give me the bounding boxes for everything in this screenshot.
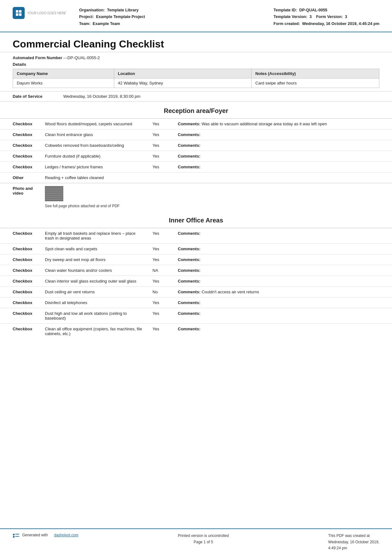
list-item: CheckboxDry sweep and wet mop all floors… bbox=[0, 254, 392, 265]
template-id-label: Template ID: bbox=[274, 8, 297, 12]
title-section: Commercial Cleaning Checklist bbox=[0, 32, 392, 52]
version-row: Template Version: 3 Form Version: 3 bbox=[274, 14, 379, 20]
photo-caption: See full page photos attached at end of … bbox=[45, 204, 120, 208]
col-header-company: Company Name bbox=[13, 69, 114, 78]
list-item: CheckboxClean interior wall glass exclud… bbox=[0, 276, 392, 287]
item-type: Checkbox bbox=[0, 308, 41, 324]
svg-rect-0 bbox=[16, 10, 18, 13]
company-name-cell: Dayum Works bbox=[13, 78, 114, 88]
list-item: CheckboxDust ceiling air vent returnsNoC… bbox=[0, 287, 392, 297]
item-task: Clean water fountains and/or coolers bbox=[41, 265, 149, 276]
section-reception: Reception area/Foyer CheckboxWood floors… bbox=[0, 102, 392, 211]
details-section-label: Details bbox=[13, 62, 379, 67]
svg-rect-3 bbox=[19, 13, 22, 16]
details-table: Company Name Location Notes (Accessibili… bbox=[13, 69, 379, 88]
item-task: Dust high and low all work stations (cei… bbox=[41, 308, 149, 324]
item-comments: Comments: bbox=[174, 151, 392, 162]
form-number-row: Automated Form Number ---DP-QUAL-0055-2 bbox=[13, 55, 379, 60]
item-value: Yes bbox=[149, 129, 174, 140]
section-reception-title: Reception area/Foyer bbox=[0, 102, 392, 118]
item-type: Checkbox bbox=[0, 324, 41, 339]
list-item: CheckboxClean all office equipment (copi… bbox=[0, 324, 392, 339]
team-row: Team: Example Team bbox=[79, 21, 274, 27]
logo-icon bbox=[13, 7, 25, 19]
item-value: Yes bbox=[149, 276, 174, 287]
header-right: Template ID: DP-QUAL-0055 Template Versi… bbox=[274, 7, 379, 27]
item-task: Cobwebs removed from baseboards/ceiling bbox=[41, 140, 149, 151]
form-created-label: Form created: bbox=[274, 22, 300, 26]
form-number-label: Automated Form Number bbox=[13, 55, 63, 60]
footer-logo bbox=[13, 533, 20, 540]
footer-page: Page 1 of 5 bbox=[178, 539, 229, 545]
team-label: Team: bbox=[79, 22, 90, 26]
checklist-table-inner-office: CheckboxEmpty all trash baskets and repl… bbox=[0, 228, 392, 339]
item-value: Yes bbox=[149, 119, 174, 129]
item-value: Yes bbox=[149, 324, 174, 339]
photo-row: Photo and video See full page photos att… bbox=[0, 183, 392, 211]
list-item: CheckboxSpot clean walls and carpetsYesC… bbox=[0, 244, 392, 254]
item-task: Empty all trash baskets and replace line… bbox=[41, 228, 149, 244]
project-row: Project: Example Template Project bbox=[79, 14, 274, 20]
date-of-service-label: Date of Service bbox=[13, 94, 63, 99]
photo-content: See full page photos attached at end of … bbox=[41, 183, 392, 211]
item-task: Furniture dusted (if applicable) bbox=[41, 151, 149, 162]
form-created-row: Form created: Wednesday, 16 October 2019… bbox=[274, 21, 379, 27]
list-item: CheckboxWood floors dusted/mopped, carpe… bbox=[0, 119, 392, 129]
svg-rect-6 bbox=[15, 534, 19, 534]
item-value: Yes bbox=[149, 228, 174, 244]
list-item: OtherReading + coffee tables cleaned bbox=[0, 172, 392, 183]
item-type: Checkbox bbox=[0, 254, 41, 265]
item-value: Yes bbox=[149, 297, 174, 308]
item-type: Checkbox bbox=[0, 287, 41, 297]
item-comments: Comments: bbox=[174, 162, 392, 172]
checklist-table-reception: CheckboxWood floors dusted/mopped, carpe… bbox=[0, 118, 392, 183]
details-row: Dayum Works 42 Wallaby Way, Sydney Card … bbox=[13, 78, 379, 88]
item-task: Ledges / frames/ picture frames bbox=[41, 162, 149, 172]
svg-rect-4 bbox=[13, 534, 15, 535]
item-task: Dry sweep and wet mop all floors bbox=[41, 254, 149, 265]
page-title: Commercial Cleaning Checklist bbox=[13, 38, 379, 50]
section-inner-office: Inner Office Areas CheckboxEmpty all tra… bbox=[0, 211, 392, 339]
item-comments: Comments: Was able to vacuum additional … bbox=[174, 119, 392, 129]
form-version-label: Form Version: bbox=[316, 15, 343, 19]
footer-generated-text: Generated with bbox=[22, 533, 48, 537]
template-id-row: Template ID: DP-QUAL-0055 bbox=[274, 7, 379, 14]
form-details: Automated Form Number ---DP-QUAL-0055-2 … bbox=[0, 52, 392, 91]
section-inner-office-title: Inner Office Areas bbox=[0, 211, 392, 228]
item-value: NA bbox=[149, 265, 174, 276]
template-version-value: 3 bbox=[309, 15, 312, 19]
item-type: Checkbox bbox=[0, 244, 41, 254]
notes-cell: Card swipe after hours bbox=[252, 78, 379, 88]
org-label: Organisation: bbox=[79, 8, 105, 12]
list-item: CheckboxDisinfect all telephonesYesComme… bbox=[0, 297, 392, 308]
footer-created-date: Wednesday, 16 October 2019, bbox=[328, 539, 379, 545]
page: YOUR LOGO GOES HERE Organisation: Templa… bbox=[0, 0, 392, 555]
photo-thumbnail bbox=[45, 186, 63, 201]
svg-rect-2 bbox=[16, 13, 18, 16]
item-value: Yes bbox=[149, 254, 174, 265]
header-meta: Organisation: Template Library Project: … bbox=[79, 7, 274, 27]
form-created-value: Wednesday, 16 October 2019, 4:45:24 pm bbox=[302, 22, 379, 26]
item-comments: Comments: bbox=[174, 265, 392, 276]
footer-center: Printed version is uncontrolled Page 1 o… bbox=[178, 533, 229, 545]
item-task: Clean front entrance glass bbox=[41, 129, 149, 140]
col-header-location: Location bbox=[114, 69, 252, 78]
svg-rect-7 bbox=[15, 536, 19, 537]
header: YOUR LOGO GOES HERE Organisation: Templa… bbox=[0, 0, 392, 32]
list-item: CheckboxLedges / frames/ picture framesY… bbox=[0, 162, 392, 172]
footer-link[interactable]: dashpivot.com bbox=[54, 533, 78, 537]
list-item: CheckboxClean water fountains and/or coo… bbox=[0, 265, 392, 276]
item-task: Reading + coffee tables cleaned bbox=[41, 172, 149, 183]
item-task: Spot clean walls and carpets bbox=[41, 244, 149, 254]
item-task: Clean all office equipment (copiers, fax… bbox=[41, 324, 149, 339]
item-task: Disinfect all telephones bbox=[41, 297, 149, 308]
footer: Generated with dashpivot.com Printed ver… bbox=[0, 528, 392, 555]
item-type: Checkbox bbox=[0, 129, 41, 140]
date-row: Date of Service Wednesday, 16 October 20… bbox=[0, 91, 392, 102]
svg-rect-5 bbox=[13, 536, 15, 538]
footer-uncontrolled: Printed version is uncontrolled bbox=[178, 533, 229, 539]
team-value: Example Team bbox=[93, 22, 120, 26]
list-item: CheckboxDust high and low all work stati… bbox=[0, 308, 392, 324]
item-type: Checkbox bbox=[0, 151, 41, 162]
form-version-value: 3 bbox=[345, 15, 347, 19]
